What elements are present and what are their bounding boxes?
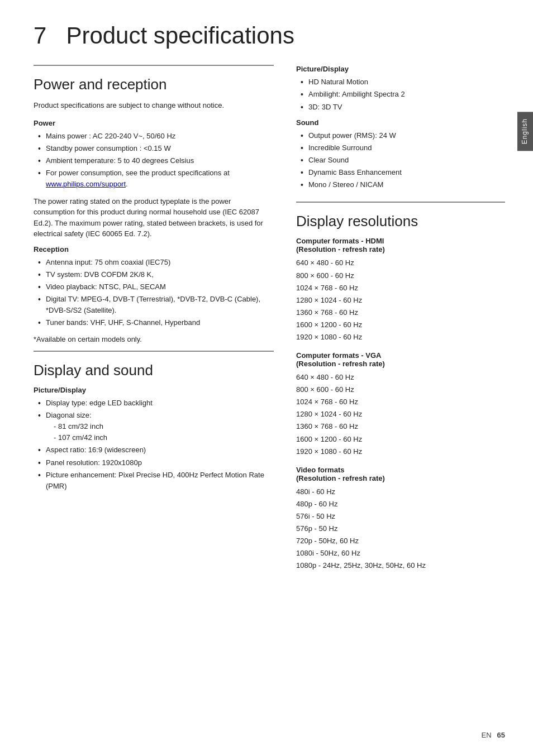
intro-text: Product specifications are subject to ch…	[34, 100, 274, 111]
footer-lang: EN	[481, 731, 491, 739]
power-footnote: The power rating stated on the product t…	[34, 196, 274, 240]
list-item: 1360 × 768 - 60 Hz	[296, 420, 505, 433]
list-item: For power consumption, see the product s…	[37, 168, 274, 190]
left-column: Power and reception Product specificatio…	[34, 59, 274, 580]
page-footer: EN 65	[0, 731, 533, 739]
video-resolution-list: 480i - 60 Hz 480p - 60 Hz 576i - 50 Hz 5…	[296, 486, 505, 572]
list-item: Panel resolution: 1920x1080p	[37, 457, 274, 468]
list-item: Antenna input: 75 ohm coaxial (IEC75)	[37, 257, 274, 268]
hdmi-formats-heading: Computer formats - HDMI (Resolution - re…	[296, 237, 505, 253]
list-item: Picture enhancement: Pixel Precise HD, 4…	[37, 470, 274, 492]
reception-subheading: Reception	[34, 245, 274, 253]
page-container: English 7 Product specifications Power a…	[0, 0, 533, 756]
list-item: 3D: 3D TV	[299, 102, 505, 113]
list-item: 1920 × 1080 - 60 Hz	[296, 446, 505, 458]
divider-resolutions	[296, 202, 505, 203]
list-item: 1080p - 24Hz, 25Hz, 30Hz, 50Hz, 60 Hz	[296, 559, 505, 572]
power-list: Mains power : AC 220-240 V~, 50/60 Hz St…	[34, 131, 274, 190]
list-item: Aspect ratio: 16:9 (widescreen)	[37, 444, 274, 456]
list-item: Clear Sound	[299, 155, 505, 166]
list-item: 1360 × 768 - 60 Hz	[296, 307, 505, 319]
list-item: Video playback: NTSC, PAL, SECAM	[37, 281, 274, 293]
list-item: Display type: edge LED backlight	[37, 398, 274, 409]
list-item: 480p - 60 Hz	[296, 498, 505, 510]
list-item: 1920 × 1080 - 60 Hz	[296, 331, 505, 343]
list-item: Mains power : AC 220-240 V~, 50/60 Hz	[37, 131, 274, 142]
divider-power	[34, 65, 274, 66]
video-formats-heading: Video formats (Resolution - refresh rate…	[296, 466, 505, 482]
list-item: 480i - 60 Hz	[296, 486, 505, 498]
list-item: 800 × 600 - 60 Hz	[296, 270, 505, 282]
list-item: 640 × 480 - 60 Hz	[296, 371, 505, 384]
list-item: 720p - 50Hz, 60 Hz	[296, 535, 505, 547]
footer-page: 65	[497, 731, 505, 739]
list-item: Digital TV: MPEG-4, DVB-T (Terrestrial),…	[37, 294, 274, 316]
list-item: 576p - 50 Hz	[296, 523, 505, 535]
reception-footnote: *Available on certain models only.	[34, 334, 274, 345]
list-item: Incredible Surround	[299, 142, 505, 154]
list-item: 800 × 600 - 60 Hz	[296, 384, 505, 396]
list-item: Tuner bands: VHF, UHF, S-Channel, Hyperb…	[37, 317, 274, 328]
list-item: Ambilight: Ambilight Spectra 2	[299, 89, 505, 100]
list-item: 640 × 480 - 60 Hz	[296, 257, 505, 269]
list-item: 576i - 50 Hz	[296, 510, 505, 523]
display-sound-heading: Display and sound	[34, 362, 274, 379]
list-item: 1080i - 50Hz, 60 Hz	[296, 547, 505, 559]
sidebar-text: English	[521, 118, 529, 144]
right-picture-display-list: HD Natural Motion Ambilight: Ambilight S…	[296, 76, 505, 112]
list-item: 1280 × 1024 - 60 Hz	[296, 294, 505, 307]
right-col-top: Picture/Display HD Natural Motion Ambili…	[296, 65, 505, 190]
right-column: Picture/Display HD Natural Motion Ambili…	[296, 59, 505, 580]
picture-display-list: Display type: edge LED backlight Diagona…	[34, 398, 274, 492]
chapter-title-text: Product specifications	[66, 22, 294, 49]
power-subheading: Power	[34, 119, 274, 127]
hdmi-resolution-list: 640 × 480 - 60 Hz 800 × 600 - 60 Hz 1024…	[296, 257, 505, 343]
list-item: Dynamic Bass Enhancement	[299, 167, 505, 178]
list-item: Diagonal size: - 81 cm/32 inch - 107 cm/…	[37, 410, 274, 443]
list-item: Output power (RMS): 24 W	[299, 130, 505, 141]
sound-list: Output power (RMS): 24 W Incredible Surr…	[296, 130, 505, 191]
list-item: Mono / Stereo / NICAM	[299, 179, 505, 190]
sidebar-label: English	[517, 112, 533, 151]
list-item: HD Natural Motion	[299, 76, 505, 88]
two-column-layout: Power and reception Product specificatio…	[34, 59, 505, 580]
divider-display-sound	[34, 351, 274, 352]
list-item: 1600 × 1200 - 60 Hz	[296, 319, 505, 331]
list-item: TV system: DVB COFDM 2K/8 K,	[37, 269, 274, 280]
philips-support-link[interactable]: www.philips.com/support	[46, 180, 126, 188]
display-resolutions-heading: Display resolutions	[296, 213, 505, 230]
power-reception-heading: Power and reception	[34, 76, 274, 93]
chapter-title: 7 Product specifications	[34, 22, 505, 49]
sound-heading: Sound	[296, 118, 505, 127]
list-item: 1024 × 768 - 60 Hz	[296, 396, 505, 408]
list-item: 1600 × 1200 - 60 Hz	[296, 433, 505, 446]
reception-list: Antenna input: 75 ohm coaxial (IEC75) TV…	[34, 257, 274, 329]
list-item: Ambient temperature: 5 to 40 degrees Cel…	[37, 155, 274, 166]
list-item: 1024 × 768 - 60 Hz	[296, 282, 505, 294]
chapter-number: 7	[34, 22, 46, 49]
list-item: Standby power consumption : <0.15 W	[37, 143, 274, 154]
right-picture-display-heading: Picture/Display	[296, 65, 505, 73]
power-link-prefix: For power consumption, see the product s…	[46, 169, 230, 177]
list-item: 1280 × 1024 - 60 Hz	[296, 408, 505, 420]
vga-resolution-list: 640 × 480 - 60 Hz 800 × 600 - 60 Hz 1024…	[296, 371, 505, 458]
display-resolutions-section: Display resolutions Computer formats - H…	[296, 202, 505, 572]
picture-display-subheading: Picture/Display	[34, 386, 274, 394]
vga-formats-heading: Computer formats - VGA (Resolution - ref…	[296, 351, 505, 368]
